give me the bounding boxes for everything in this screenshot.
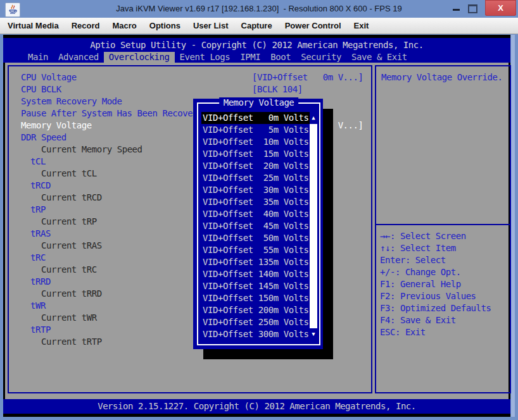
close-icon: X (498, 3, 503, 13)
scroll-up-icon[interactable]: ▲ (310, 112, 317, 124)
help-key-line: F1: General Help (380, 278, 491, 290)
tab-main[interactable]: Main (23, 52, 53, 63)
help-description: Memory Voltage Override. (381, 71, 503, 83)
popup-scrollbar[interactable]: ▲ ▼ (310, 112, 317, 340)
popup-option[interactable]: VID+Offset 40m Volts (201, 208, 312, 220)
close-button[interactable]: X (485, 0, 516, 16)
tab-boot[interactable]: Boot (265, 52, 296, 63)
bios-version-bar: Version 2.15.1227. Copyright (C) 2012 Am… (3, 399, 510, 414)
bios-item-label[interactable]: tRAS (30, 228, 51, 240)
popup-option[interactable]: VID+Offset 55m Volts (201, 244, 312, 256)
bios-row: CPU Voltage[VID+Offset 0m V...] (9, 71, 371, 83)
help-key-list: →←: Select Screen↑↓: Select ItemEnter: S… (380, 230, 491, 338)
menu-item-macro[interactable]: Macro (106, 21, 142, 30)
minimize-button[interactable] (453, 9, 460, 11)
menu-bar: Virtual MediaRecordMacroOptionsUser List… (0, 18, 518, 34)
popup-option[interactable]: VID+Offset 10m Volts (201, 136, 312, 148)
bios-info-label: Current tRP (41, 216, 97, 228)
popup-option-list: VID+Offset 0m VoltsVID+Offset 5m VoltsVI… (201, 112, 312, 340)
help-key-line: F2: Previous Values (380, 290, 491, 302)
bios-item-label[interactable]: CPU BCLK (21, 83, 61, 96)
bios-info-label: Current tCL (41, 168, 97, 180)
bios-item-label[interactable]: System Recovery Mode (21, 96, 122, 108)
popup-option[interactable]: VID+Offset 35m Volts (201, 196, 312, 208)
popup-option[interactable]: VID+Offset 200m Volts (201, 304, 312, 316)
bios-item-label[interactable]: DDR Speed (21, 132, 66, 144)
tab-advanced[interactable]: Advanced (53, 52, 104, 63)
popup-option[interactable]: VID+Offset 45m Volts (201, 220, 312, 232)
bios-item-label[interactable]: tRP (30, 204, 46, 216)
popup-option[interactable]: VID+Offset 140m Volts (201, 268, 312, 280)
popup-title: Memory Voltage (219, 97, 299, 108)
bios-info-label: Current tRC (41, 264, 97, 276)
window-frame-strip (511, 35, 515, 417)
popup-option[interactable]: VID+Offset 0m Volts (201, 112, 312, 124)
popup-option[interactable]: VID+Offset 20m Volts (201, 160, 312, 172)
popup-option[interactable]: VID+Offset 15m Volts (201, 148, 312, 160)
bios-item-label[interactable]: tCL (30, 156, 46, 168)
tab-overclocking[interactable]: Overclocking (104, 52, 175, 63)
menu-item-user-list[interactable]: User List (187, 21, 235, 30)
popup-option[interactable]: VID+Offset 25m Volts (201, 172, 312, 184)
popup-option[interactable]: VID+Offset 5m Volts (201, 124, 312, 136)
popup-option[interactable]: VID+Offset 250m Volts (201, 316, 312, 328)
tab-event-logs[interactable]: Event Logs (175, 52, 236, 63)
bios-info-label: Current tRAS (41, 240, 102, 252)
bios-info-label: Current tRRD (41, 288, 102, 300)
bios-info-label: Current tWR (41, 312, 97, 324)
window-title: Java iKVM Viewer v1.69 r17 [192.168.1.23… (0, 4, 518, 13)
help-key-line: Enter: Select (380, 254, 491, 266)
memory-voltage-popup: Memory Voltage VID+Offset 0m VoltsVID+Of… (193, 99, 323, 349)
bios-help-panel: Memory Voltage Override. →←: Select Scre… (375, 65, 511, 393)
tab-ipmi[interactable]: IPMI (235, 52, 265, 63)
bios-item-label[interactable]: tRC (30, 252, 46, 264)
bios-tab-bar: MainAdvancedOverclockingEvent LogsIPMIBo… (23, 52, 412, 63)
popup-option[interactable]: VID+Offset 135m Volts (201, 256, 312, 268)
help-key-line: +/-: Change Opt. (380, 266, 491, 278)
bios-item-label[interactable]: Pause After System Has Been Recove (21, 108, 193, 120)
bios-item-value: [BCLK 104] (252, 83, 303, 96)
bios-header: Aptio Setup Utility - Copyright (C) 2012… (3, 38, 510, 63)
popup-option[interactable]: VID+Offset 50m Volts (201, 232, 312, 244)
title-bar[interactable]: Java iKVM Viewer v1.69 r17 [192.168.1.23… (0, 0, 518, 18)
bios-info-label: Current tRCD (41, 192, 102, 204)
popup-border: Memory Voltage VID+Offset 0m VoltsVID+Of… (197, 102, 320, 345)
help-key-line: F3: Optimized Defaults (380, 302, 491, 314)
help-key-line: ESC: Exit (380, 326, 491, 338)
help-panel-divider (376, 224, 510, 225)
help-key-line: ↑↓: Select Item (380, 242, 491, 254)
bios-info-label: Current tRTP (41, 336, 102, 348)
popup-option[interactable]: VID+Offset 30m Volts (201, 184, 312, 196)
popup-option[interactable]: VID+Offset 300m Volts (201, 328, 312, 340)
bios-header-title: Aptio Setup Utility - Copyright (C) 2012… (3, 40, 510, 50)
help-key-line: F4: Save & Exit (380, 314, 491, 326)
bios-item-label[interactable]: tRCD (30, 180, 51, 192)
help-key-line: →←: Select Screen (380, 230, 491, 242)
menu-item-record[interactable]: Record (65, 21, 106, 30)
bios-item-label[interactable]: tRRD (30, 276, 51, 288)
tab-save-exit[interactable]: Save & Exit (346, 52, 412, 63)
bios-row: CPU BCLK[BCLK 104] (9, 83, 371, 96)
bios-item-label[interactable]: Memory Voltage (21, 120, 92, 132)
menu-item-capture[interactable]: Capture (235, 21, 279, 30)
bios-info-label: Current Memory Speed (41, 144, 142, 156)
menu-item-options[interactable]: Options (143, 21, 187, 30)
bios-item-label[interactable]: tRTP (30, 324, 51, 336)
bios-screen: Aptio Setup Utility - Copyright (C) 2012… (3, 35, 510, 417)
menu-item-virtual-media[interactable]: Virtual Media (1, 21, 65, 30)
bios-item-label[interactable]: CPU Voltage (21, 71, 77, 83)
popup-option[interactable]: VID+Offset 150m Volts (201, 292, 312, 304)
menu-item-exit[interactable]: Exit (348, 21, 376, 30)
bios-item-label[interactable]: tWR (30, 300, 46, 312)
scroll-down-icon[interactable]: ▼ (310, 328, 317, 340)
bios-item-value: [VID+Offset 0m V...] (252, 71, 363, 83)
popup-option[interactable]: VID+Offset 145m Volts (201, 280, 312, 292)
tab-security[interactable]: Security (296, 52, 346, 63)
menu-item-power-control[interactable]: Power Control (279, 21, 348, 30)
maximize-button[interactable] (468, 4, 477, 13)
